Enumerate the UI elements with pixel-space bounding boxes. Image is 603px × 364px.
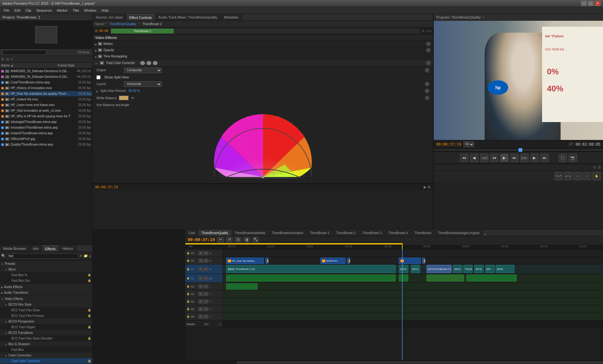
list-icon[interactable]: ≡	[89, 254, 91, 258]
tl-tab-thombrown-quality[interactable]: ThomBrownQuality	[198, 230, 232, 236]
ec-reset-button[interactable]: ↺	[426, 42, 431, 46]
tl-clip-a1-4[interactable]	[466, 275, 517, 281]
tl-wrench-tool[interactable]: 🔧	[253, 237, 259, 243]
ec-reset-button[interactable]: ↺	[425, 68, 429, 72]
effect-bcc-fast-film-glow[interactable]: BCC Fast Film Glow 🔒	[0, 307, 92, 313]
output-select[interactable]: Composite	[124, 67, 162, 73]
effect-fast-color-corrector[interactable]: Fast Color Corrector 🔒	[0, 358, 92, 364]
ec-reset-icon[interactable]: ↺	[422, 29, 424, 33]
tl-ripple-tool[interactable]: ↺	[226, 237, 232, 243]
transport-play-btn[interactable]: ▶	[500, 154, 508, 162]
ec-nav-icon2[interactable]: ▷	[429, 29, 432, 33]
track-m-btn[interactable]: M	[198, 300, 203, 303]
tl-tab-thombrown-4[interactable]: ThomBrown 4	[385, 230, 411, 236]
tl-tab-thombrown-innovation[interactable]: ThomBrownInnovation	[269, 230, 307, 236]
tab-source[interactable]: Source: (no clips)	[93, 14, 126, 20]
bcc9-transitions-header[interactable]: BCC9 Transitions	[0, 330, 92, 335]
color-correction-header[interactable]: Color Correction	[0, 352, 92, 358]
tl-clip-v1-5[interactable]: ThomB	[463, 265, 473, 273]
navigate-btn-5[interactable]: ✋	[592, 172, 600, 180]
audio-transitions-header[interactable]: Audio Transitions	[0, 290, 92, 295]
ec-reset-button[interactable]: ↺	[425, 89, 429, 93]
tl-insert-btn[interactable]: ⊡	[235, 237, 241, 243]
navigate-btn-4[interactable]: ↕	[583, 172, 591, 180]
transport-camera-btn[interactable]: 📷	[569, 154, 577, 162]
tab-effects[interactable]: Effects	[42, 245, 59, 252]
tl-overflow-btn[interactable]: »	[484, 232, 486, 236]
list-item[interactable]: ▶ HP_History of innovation.mov 25,00 fps	[0, 85, 92, 91]
tab-media-browser[interactable]: Media Browser	[0, 245, 30, 252]
menu-file[interactable]: File	[1, 8, 12, 13]
timeline-scrollbar[interactable]	[185, 360, 603, 364]
clear-search-icon[interactable]: ✕	[79, 254, 82, 258]
ec-play-btn[interactable]: ▶	[424, 185, 426, 189]
blurs-header[interactable]: Blurs	[0, 266, 92, 272]
wb-picker-icon[interactable]: ✏	[131, 95, 135, 100]
transport-to-out-btn[interactable]: ⏮	[490, 154, 498, 162]
scrub-playhead[interactable]	[519, 148, 522, 152]
ec-reset-button[interactable]: ↺	[426, 48, 431, 52]
menu-sequence[interactable]: Sequence	[34, 8, 55, 13]
minimize-button[interactable]: ─	[581, 1, 587, 6]
tab-audio-track-mixer[interactable]: Audio Track Mixer: ThomBrownQuality	[155, 14, 221, 20]
tab-history[interactable]: History	[59, 245, 76, 252]
tl-clip-v2-6[interactable]: Cr	[422, 258, 425, 264]
effect-bcc-fast-film-glow-dissolve[interactable]: BCC Fast Film Glow Dissolve 🔒	[0, 335, 92, 341]
list-item[interactable]: ♫ ANW1869_30_Delicate-Decisions-6-(Sting…	[0, 74, 92, 80]
tl-clip-a1-2[interactable]	[399, 275, 408, 281]
project-search-input[interactable]	[3, 50, 46, 55]
tl-clip-v2-3[interactable]: Cr 00000.MT...	[320, 258, 345, 264]
tl-clip-v1-6[interactable]: [MC2]	[474, 265, 484, 273]
tl-clip-v1-3[interactable]: [MC1]	[411, 265, 420, 273]
tl-clip-v1-7[interactable]: [M4	[485, 265, 495, 273]
ec-reset-button[interactable]: ↺	[425, 96, 429, 100]
transport-step-back-btn[interactable]: ◀	[470, 154, 478, 162]
fast-color-header-row[interactable]: fx Fast Color Corrector ↺	[93, 60, 433, 67]
transport-forward-btn[interactable]: ▷▷	[520, 154, 529, 162]
tl-clip-v1-highlight[interactable]: [MC1] ThomBrown 2 [V]	[426, 265, 452, 273]
list-item[interactable]: ▶ Quality/ThomBrown-intros.aep 25,00 fps	[0, 142, 92, 147]
list-item[interactable]: ▶ HP_Learn more end frame.mov 25,00 fps	[0, 102, 92, 108]
transport-to-in-btn[interactable]: ⏮	[460, 154, 468, 162]
track-s-btn[interactable]: S	[204, 315, 208, 318]
tl-tab-thombrown-inkologist[interactable]: ThomBrownInkologist-original	[435, 230, 483, 236]
wb-color-swatch[interactable]	[119, 96, 128, 100]
ec-settings-icon[interactable]: ⚙	[427, 185, 431, 189]
transport-back-btn[interactable]: ◁◁	[480, 154, 488, 162]
color-wheel[interactable]	[211, 111, 315, 180]
track-m-btn[interactable]: M	[198, 315, 203, 318]
track-eye-btn[interactable]: 👁	[198, 251, 203, 255]
tab-info[interactable]: Info	[30, 245, 42, 252]
list-item[interactable]: ▶ HP_How Hp maintains ink quality-Thom B…	[0, 91, 92, 97]
split-view-checkbox[interactable]	[96, 75, 100, 79]
track-s-btn[interactable]: S	[204, 307, 208, 311]
bcc9-film-style-header[interactable]: BCC9 Film Style	[0, 302, 92, 307]
tl-delete-btn[interactable]: 🗑	[244, 237, 250, 243]
tl-clip-a2-1[interactable]: 🎵	[226, 283, 258, 290]
tl-clip-v1-main[interactable]: [MC1] ThomBrown 2 [V]	[226, 265, 396, 273]
tl-tab-thombrown-3[interactable]: ThomBrown 3	[359, 230, 385, 236]
fit-select[interactable]: Fit	[464, 142, 474, 147]
list-item[interactable]: ♫ ANW1869_29_Delicate-Decisions-5-(Sting…	[0, 68, 92, 74]
navigate-btn-1[interactable]: ↖↗	[555, 172, 563, 180]
list-item[interactable]: ▶ Innovation/ThomBrown-intros.aep 25,00 …	[0, 125, 92, 131]
list-item[interactable]: ▶ HP_Why is HP ink worth paying more for…	[0, 114, 92, 119]
audio-effects-header[interactable]: Audio Effects	[0, 284, 92, 290]
menu-window[interactable]: Window	[82, 8, 99, 13]
list-item[interactable]: ▶ Inkologist/ThomBrown-intros.aep 25,00 …	[0, 119, 92, 125]
tl-clip-v2-2[interactable]: Cr	[265, 258, 269, 264]
blur-sharpen-header[interactable]: Blur & Sharpen	[0, 341, 92, 347]
list-item[interactable]: ▶ Instant/ThomBrown-intros.aep 25,00 fps	[0, 131, 92, 136]
effect-fast-blur[interactable]: Fast Blur	[0, 347, 92, 352]
navigate-btn-3[interactable]: ↔	[573, 172, 582, 180]
transport-to-end-btn[interactable]: ⏭	[541, 154, 549, 162]
track-m-btn[interactable]: M	[198, 292, 203, 296]
tl-clip-v1-4[interactable]: [MC2]	[453, 265, 462, 273]
menu-help[interactable]: Help	[99, 8, 111, 13]
track-eye-btn[interactable]: 👁	[198, 267, 203, 271]
ec-reset-button[interactable]: ↺	[426, 61, 431, 65]
track-m-btn[interactable]: M	[204, 267, 208, 271]
ec-motion-row[interactable]: fx Motion ↺	[93, 41, 433, 47]
tl-tab-thombrown-2[interactable]: ThomBrown 2	[333, 230, 359, 236]
menu-clip[interactable]: Clip	[23, 8, 34, 13]
